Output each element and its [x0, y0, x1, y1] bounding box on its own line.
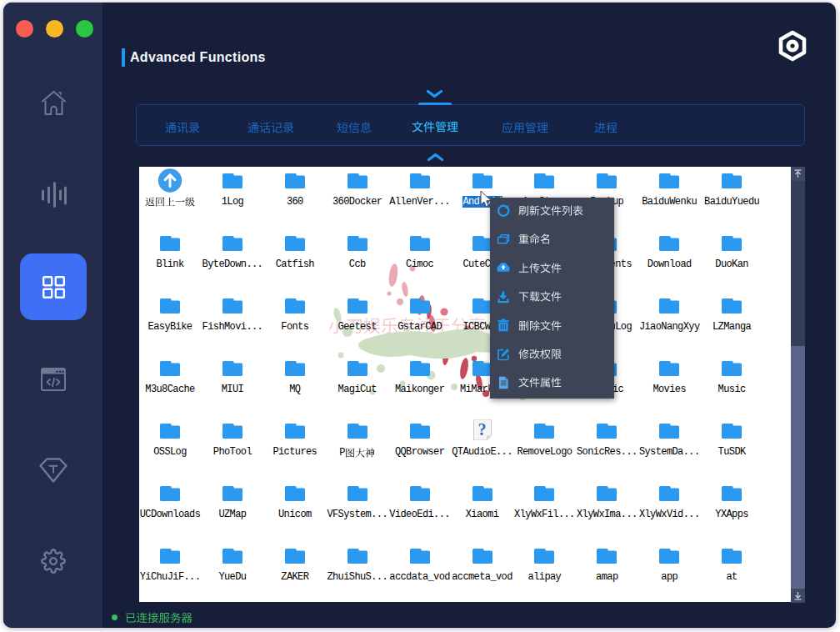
svg-text:?: ? [478, 420, 486, 439]
